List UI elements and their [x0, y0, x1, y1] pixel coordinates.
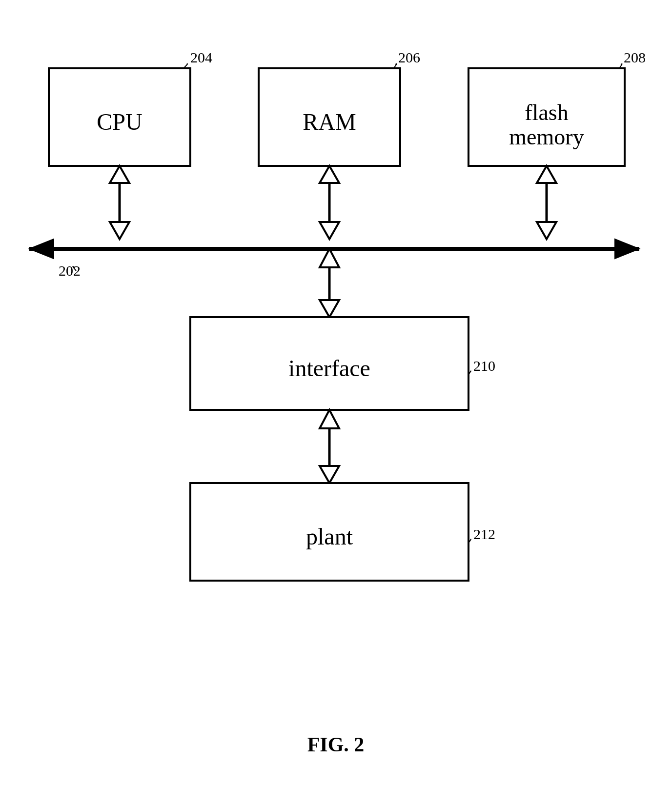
- plant-label: plant: [306, 524, 353, 549]
- svg-marker-10: [537, 166, 556, 183]
- svg-marker-20: [320, 410, 339, 428]
- svg-marker-17: [320, 300, 339, 317]
- figure-caption: FIG. 2: [307, 733, 365, 756]
- svg-marker-16: [320, 249, 339, 267]
- ram-label: RAM: [303, 109, 356, 135]
- svg-marker-13: [29, 239, 54, 259]
- interface-label: interface: [288, 355, 370, 381]
- flash-memory-label: memory: [509, 124, 584, 149]
- svg-marker-21: [320, 466, 339, 483]
- svg-marker-5: [110, 222, 129, 239]
- cpu-label: CPU: [97, 109, 142, 135]
- svg-marker-4: [110, 166, 129, 183]
- cpu-ref: 204: [190, 49, 212, 65]
- ram-ref: 206: [398, 49, 420, 65]
- flash-ref: 208: [624, 49, 646, 65]
- diagram-svg: CPU 204 RAM 206 flash memory 208 202 int…: [0, 0, 672, 807]
- flash-label: flash: [525, 100, 568, 125]
- svg-marker-8: [320, 222, 339, 239]
- interface-ref: 210: [473, 358, 495, 374]
- bus-ref: 202: [59, 262, 81, 279]
- svg-marker-7: [320, 166, 339, 183]
- svg-marker-11: [537, 222, 556, 239]
- svg-marker-14: [615, 239, 639, 259]
- plant-ref: 212: [473, 526, 495, 542]
